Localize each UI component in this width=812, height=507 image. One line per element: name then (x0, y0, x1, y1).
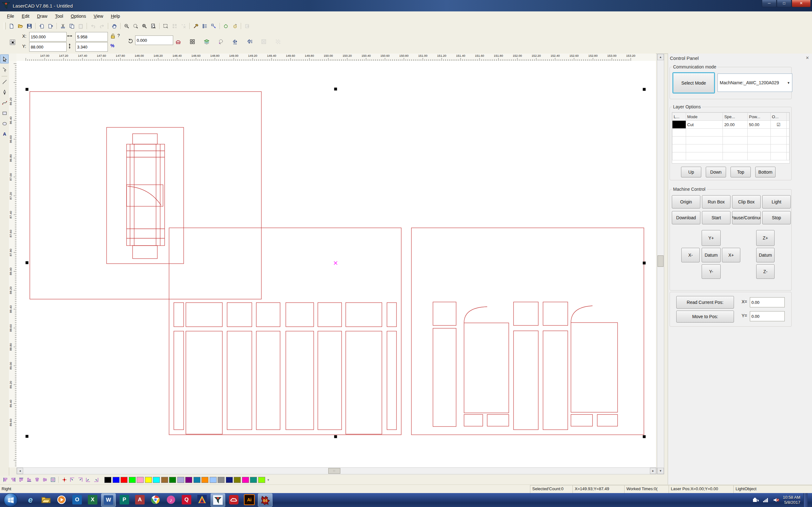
palette-color-15[interactable] (226, 477, 233, 483)
menu-options[interactable]: Options (67, 12, 90, 20)
palette-more-icon[interactable]: ▾ (267, 478, 269, 482)
palette-color-1[interactable] (113, 477, 119, 483)
select-mode-button[interactable]: Select Mode (672, 72, 715, 94)
horizontal-scroll-thumb[interactable]: ∷ (328, 468, 340, 474)
read-current-pos-button[interactable]: Read Current Pos: (676, 296, 734, 308)
layer-row[interactable]: Cut20.0050.00☑ (672, 121, 790, 129)
zoom-selected-icon[interactable] (140, 22, 149, 30)
undo-icon[interactable] (89, 22, 97, 30)
node-edit-tool[interactable] (1, 66, 8, 74)
palette-color-17[interactable] (242, 477, 249, 483)
corner-tr-icon[interactable] (76, 476, 84, 483)
mirror-v-icon[interactable] (245, 38, 253, 46)
start-button[interactable] (4, 493, 18, 507)
jog-datum-z-button[interactable]: Datum (756, 248, 774, 262)
output-list-icon[interactable] (200, 22, 209, 30)
stop-button[interactable]: Stop (762, 211, 791, 224)
circle-tool-icon[interactable] (221, 22, 230, 30)
corner-tl-icon[interactable] (68, 476, 76, 483)
export-icon[interactable] (46, 22, 55, 30)
menu-view[interactable]: View (90, 12, 107, 20)
node-select-icon[interactable] (209, 22, 218, 30)
palette-color-13[interactable] (210, 477, 217, 483)
top-layer-button[interactable]: Top (730, 167, 751, 177)
run-box-button[interactable]: Run Box (702, 195, 730, 209)
taskbar-clock[interactable]: 10:58 AM 5/8/2017 (783, 495, 800, 505)
horizontal-scrollbar[interactable]: ◄ ► ∷ (16, 467, 657, 474)
close-button[interactable]: ✕ (792, 0, 811, 7)
taskbar-app-excel[interactable]: X (86, 493, 100, 506)
align-top-icon[interactable] (17, 476, 25, 483)
palette-color-10[interactable] (185, 477, 192, 483)
align-center-h-icon[interactable] (33, 476, 41, 483)
title-bar[interactable]: LaserCAD V7.86.1 - Untitled ─ □ ✕ (0, 0, 812, 11)
layer-color-swatch[interactable] (672, 121, 686, 128)
y-position-input[interactable] (29, 42, 67, 52)
bezier-tool[interactable] (1, 99, 8, 107)
taskbar-app-quicken[interactable]: Q (180, 493, 194, 506)
jog-x-plus-button[interactable]: X+ (722, 248, 740, 262)
taskbar-app-illustrator[interactable]: Ai (242, 493, 256, 506)
align-bottom-icon[interactable] (25, 476, 33, 483)
scroll-right-button[interactable]: ► (650, 468, 656, 474)
weld-icon[interactable] (174, 38, 182, 46)
scroll-up-button[interactable]: ▲ (657, 54, 664, 60)
group-icon[interactable] (202, 38, 211, 46)
menu-tool[interactable]: Tool (51, 12, 67, 20)
palette-color-19[interactable] (258, 477, 265, 483)
control-panel-close-icon[interactable]: ✕ (806, 55, 809, 60)
taskbar-app-outlook[interactable]: O (70, 493, 84, 506)
corner-bl-icon[interactable] (84, 476, 92, 483)
align-center-v-icon[interactable] (41, 476, 49, 483)
rotate-tool-icon[interactable] (230, 22, 239, 30)
taskbar-app-windows-explorer[interactable] (39, 493, 53, 506)
align-left-icon[interactable] (1, 476, 9, 483)
jog-y-plus-button[interactable]: Y+ (702, 230, 721, 246)
layer-mode[interactable]: Cut (686, 121, 723, 129)
taskbar-app-internet-explorer[interactable]: e (23, 493, 38, 506)
show-desktop-button[interactable] (803, 493, 808, 507)
palette-color-4[interactable] (137, 477, 144, 483)
taskbar-app-word[interactable]: W (101, 493, 116, 507)
taskbar-app-publisher[interactable]: P (117, 493, 131, 506)
corner-br-icon[interactable] (92, 476, 100, 483)
pos-y-input[interactable] (750, 311, 785, 321)
import-icon[interactable] (37, 22, 46, 30)
height-input[interactable] (75, 42, 108, 52)
vertical-scrollbar[interactable]: ▲ ▼ (657, 54, 664, 474)
save-file-icon[interactable] (25, 22, 34, 30)
scroll-down-button[interactable]: ▼ (657, 468, 664, 474)
simulate-icon[interactable] (191, 22, 200, 30)
taskbar-app-adobe-creative-cloud[interactable] (227, 493, 241, 506)
menu-file[interactable]: File (3, 12, 18, 20)
palette-color-6[interactable] (153, 477, 160, 483)
machine-name-dropdown[interactable]: MachName:_AWC_1200A029 ▼ (717, 73, 792, 92)
open-file-icon[interactable] (16, 22, 25, 30)
line-tool[interactable] (1, 78, 8, 86)
pos-x-input[interactable] (750, 297, 785, 307)
copy-icon[interactable] (67, 22, 76, 30)
palette-color-7[interactable] (161, 477, 168, 483)
clip-box-button[interactable]: Clip Box (732, 195, 761, 209)
palette-color-18[interactable] (250, 477, 257, 483)
paste-icon[interactable] (76, 22, 85, 30)
palette-color-16[interactable] (234, 477, 241, 483)
palette-color-12[interactable] (201, 477, 208, 483)
new-file-icon[interactable] (7, 22, 16, 30)
palette-color-14[interactable] (217, 477, 224, 483)
jog-z-minus-z-button[interactable]: Z- (756, 264, 774, 279)
pause-continue-button[interactable]: Pause/Continue (732, 211, 761, 224)
taskbar-app-triangle-logo-app[interactable] (195, 493, 209, 506)
taskbar-app-itunes[interactable]: ♪ (164, 493, 178, 506)
maximize-button[interactable]: □ (777, 0, 792, 7)
palette-color-9[interactable] (177, 477, 184, 483)
palette-color-11[interactable] (194, 477, 200, 483)
palette-color-2[interactable] (120, 477, 128, 483)
minimize-button[interactable]: ─ (762, 0, 776, 7)
x-position-input[interactable] (29, 32, 67, 42)
layer-speed[interactable]: 20.00 (723, 121, 748, 129)
pan-icon[interactable] (110, 22, 119, 30)
help-label[interactable]: ? (117, 33, 120, 38)
palette-color-8[interactable] (169, 477, 176, 483)
dither-icon[interactable] (274, 38, 282, 46)
